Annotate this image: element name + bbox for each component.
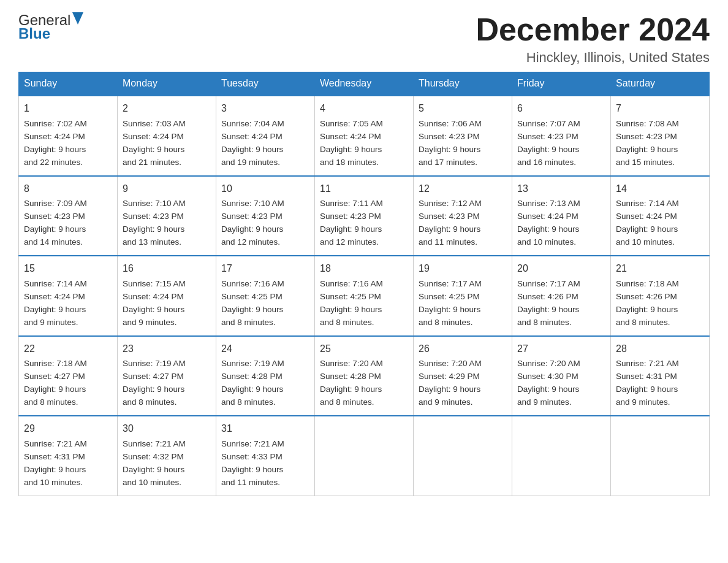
col-wednesday: Wednesday <box>315 72 414 96</box>
sunrise-label: Sunrise: 7:13 AM <box>517 199 580 208</box>
sunrise-label: Sunrise: 7:17 AM <box>517 279 580 288</box>
col-monday: Monday <box>118 72 216 96</box>
sunrise-label: Sunrise: 7:20 AM <box>517 359 580 368</box>
table-row: 22 Sunrise: 7:18 AM Sunset: 4:27 PM Dayl… <box>19 336 118 416</box>
day-number: 9 <box>123 182 211 197</box>
sunrise-label: Sunrise: 7:16 AM <box>221 279 284 288</box>
col-thursday: Thursday <box>414 72 512 96</box>
table-row: 20 Sunrise: 7:17 AM Sunset: 4:26 PM Dayl… <box>512 256 611 335</box>
month-title: December 2024 <box>476 12 710 47</box>
sunrise-label: Sunrise: 7:18 AM <box>616 279 679 288</box>
daylight-label: Daylight: 9 hours <box>419 224 480 234</box>
daylight-minutes: and 9 minutes. <box>419 397 473 407</box>
daylight-label: Daylight: 9 hours <box>517 305 579 314</box>
table-row: 18 Sunrise: 7:16 AM Sunset: 4:25 PM Dayl… <box>315 256 414 335</box>
daylight-minutes: and 13 minutes. <box>123 237 181 247</box>
daylight-minutes: and 18 minutes. <box>320 158 379 167</box>
daylight-label: Daylight: 9 hours <box>123 305 184 314</box>
sunrise-label: Sunrise: 7:03 AM <box>123 119 186 128</box>
day-number: 24 <box>221 342 309 357</box>
day-number: 23 <box>123 342 211 357</box>
day-number: 31 <box>221 421 309 437</box>
daylight-minutes: and 10 minutes. <box>24 478 83 487</box>
sunset-label: Sunset: 4:32 PM <box>123 452 184 461</box>
daylight-label: Daylight: 9 hours <box>616 305 678 314</box>
daylight-label: Daylight: 9 hours <box>517 145 579 154</box>
sunrise-label: Sunrise: 7:21 AM <box>123 439 186 448</box>
daylight-minutes: and 12 minutes. <box>320 237 379 247</box>
location-subtitle: Hinckley, Illinois, United States <box>476 50 710 66</box>
daylight-label: Daylight: 9 hours <box>517 224 579 234</box>
calendar-week-row: 29 Sunrise: 7:21 AM Sunset: 4:31 PM Dayl… <box>19 416 710 496</box>
daylight-label: Daylight: 9 hours <box>616 224 678 234</box>
sunrise-label: Sunrise: 7:11 AM <box>320 199 383 208</box>
daylight-minutes: and 10 minutes. <box>616 237 675 247</box>
sunrise-label: Sunrise: 7:10 AM <box>221 199 284 208</box>
daylight-minutes: and 21 minutes. <box>123 158 181 167</box>
daylight-label: Daylight: 9 hours <box>616 145 678 154</box>
day-number: 1 <box>24 101 112 117</box>
daylight-minutes: and 8 minutes. <box>221 397 276 407</box>
title-block: December 2024 Hinckley, Illinois, United… <box>476 12 710 66</box>
col-sunday: Sunday <box>19 72 118 96</box>
daylight-label: Daylight: 9 hours <box>24 224 86 234</box>
sunset-label: Sunset: 4:26 PM <box>517 292 578 301</box>
sunset-label: Sunset: 4:25 PM <box>320 292 381 301</box>
day-number: 7 <box>616 101 704 117</box>
sunset-label: Sunset: 4:28 PM <box>221 372 282 381</box>
sunrise-label: Sunrise: 7:02 AM <box>24 119 87 128</box>
day-number: 13 <box>517 182 605 197</box>
day-number: 16 <box>123 261 211 277</box>
sunrise-label: Sunrise: 7:07 AM <box>517 119 580 128</box>
table-row <box>315 416 414 496</box>
daylight-label: Daylight: 9 hours <box>616 385 678 394</box>
logo-triangle-icon <box>72 12 83 26</box>
daylight-label: Daylight: 9 hours <box>221 465 283 474</box>
day-number: 4 <box>320 101 408 117</box>
day-number: 14 <box>616 182 704 197</box>
day-number: 3 <box>221 101 309 117</box>
table-row: 2 Sunrise: 7:03 AM Sunset: 4:24 PM Dayli… <box>118 96 216 175</box>
day-number: 5 <box>419 101 507 117</box>
sunset-label: Sunset: 4:25 PM <box>221 292 282 301</box>
sunrise-label: Sunrise: 7:09 AM <box>24 199 87 208</box>
sunrise-label: Sunrise: 7:04 AM <box>221 119 284 128</box>
daylight-minutes: and 8 minutes. <box>320 318 374 327</box>
daylight-minutes: and 8 minutes. <box>517 318 572 327</box>
col-tuesday: Tuesday <box>216 72 315 96</box>
sunrise-label: Sunrise: 7:19 AM <box>221 359 284 368</box>
sunset-label: Sunset: 4:25 PM <box>419 292 480 301</box>
table-row: 30 Sunrise: 7:21 AM Sunset: 4:32 PM Dayl… <box>118 416 216 496</box>
table-row: 3 Sunrise: 7:04 AM Sunset: 4:24 PM Dayli… <box>216 96 315 175</box>
day-number: 20 <box>517 261 605 277</box>
table-row: 24 Sunrise: 7:19 AM Sunset: 4:28 PM Dayl… <box>216 336 315 416</box>
table-row: 17 Sunrise: 7:16 AM Sunset: 4:25 PM Dayl… <box>216 256 315 335</box>
daylight-minutes: and 9 minutes. <box>517 397 572 407</box>
daylight-label: Daylight: 9 hours <box>123 385 184 394</box>
daylight-minutes: and 8 minutes. <box>123 397 177 407</box>
sunrise-label: Sunrise: 7:12 AM <box>419 199 482 208</box>
day-number: 6 <box>517 101 605 117</box>
day-number: 12 <box>419 182 507 197</box>
daylight-minutes: and 9 minutes. <box>123 318 177 327</box>
sunrise-label: Sunrise: 7:20 AM <box>320 359 383 368</box>
daylight-label: Daylight: 9 hours <box>320 385 382 394</box>
table-row: 21 Sunrise: 7:18 AM Sunset: 4:26 PM Dayl… <box>611 256 710 335</box>
sunset-label: Sunset: 4:24 PM <box>123 292 184 301</box>
daylight-label: Daylight: 9 hours <box>320 224 382 234</box>
sunrise-label: Sunrise: 7:21 AM <box>24 439 87 448</box>
calendar-week-row: 22 Sunrise: 7:18 AM Sunset: 4:27 PM Dayl… <box>19 336 710 416</box>
day-number: 15 <box>24 261 112 277</box>
sunrise-label: Sunrise: 7:20 AM <box>419 359 482 368</box>
sunrise-label: Sunrise: 7:08 AM <box>616 119 679 128</box>
logo: General Blue <box>18 12 83 41</box>
sunset-label: Sunset: 4:28 PM <box>320 372 381 381</box>
sunset-label: Sunset: 4:31 PM <box>24 452 85 461</box>
table-row: 19 Sunrise: 7:17 AM Sunset: 4:25 PM Dayl… <box>414 256 512 335</box>
table-row: 12 Sunrise: 7:12 AM Sunset: 4:23 PM Dayl… <box>414 176 512 256</box>
calendar-week-row: 15 Sunrise: 7:14 AM Sunset: 4:24 PM Dayl… <box>19 256 710 335</box>
sunset-label: Sunset: 4:23 PM <box>221 212 282 221</box>
sunrise-label: Sunrise: 7:06 AM <box>419 119 482 128</box>
daylight-minutes: and 19 minutes. <box>221 158 280 167</box>
day-number: 18 <box>320 261 408 277</box>
